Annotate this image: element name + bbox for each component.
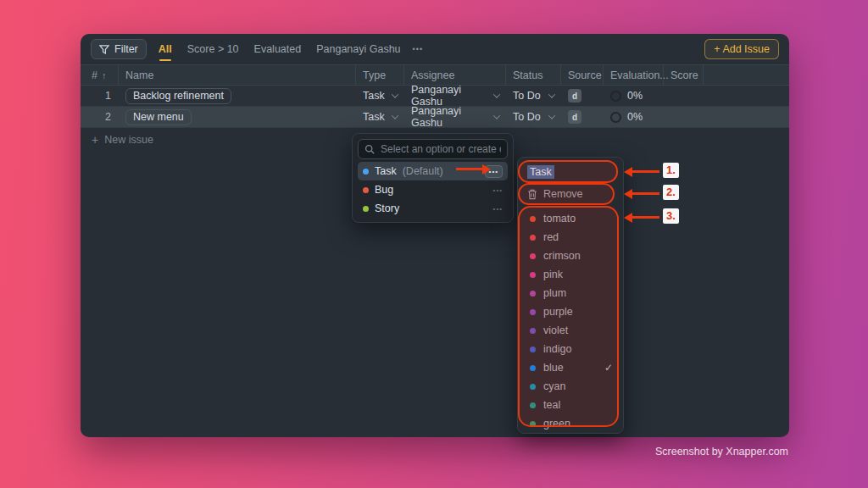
filter-label: Filter	[114, 43, 138, 55]
evaluation-cell[interactable]: 0%	[604, 86, 664, 106]
annotation-box-3	[518, 206, 619, 427]
app-window: Filter All Score > 10 Evaluated	[81, 34, 789, 437]
view-tab[interactable]: Evaluated	[254, 42, 302, 57]
annotation-label-2: 2.	[663, 185, 679, 200]
view-tabs: All Score > 10 Evaluated Panganayi Gashu	[159, 42, 401, 57]
toolbar: Filter All Score > 10 Evaluated	[81, 34, 789, 64]
annotation-arrow-1	[632, 170, 659, 173]
option-label: Bug	[375, 184, 393, 196]
watermark-credit: Screenshot by Xnapper.com	[655, 446, 788, 458]
view-tab-label: Panganayi Gashu	[316, 43, 400, 55]
view-tab-label: Evaluated	[254, 43, 302, 55]
filler-cell	[704, 86, 789, 106]
annotation-arrow-3	[632, 216, 659, 219]
num-header-label: #	[92, 69, 97, 81]
column-header-name[interactable]: Name	[119, 65, 356, 85]
plus-icon: +	[92, 133, 98, 147]
option-menu-button[interactable]: •••	[493, 205, 503, 213]
option-menu-button[interactable]: •••	[493, 186, 503, 194]
annotation-label-1: 1.	[663, 163, 679, 178]
column-header-type[interactable]: Type	[356, 65, 404, 85]
column-header-evaluation[interactable]: Evaluation...	[604, 65, 664, 85]
table-body: 1 Backlog refinement Task Panganayi Gash…	[81, 86, 789, 128]
column-header-filler	[704, 65, 789, 85]
progress-ring-icon	[610, 91, 621, 102]
filter-button[interactable]: Filter	[91, 39, 147, 59]
column-header-status[interactable]: Status	[506, 65, 561, 85]
add-issue-label: Add Issue	[722, 43, 770, 55]
option-default-suffix: (Default)	[403, 165, 443, 177]
evaluation-cell[interactable]: 0%	[604, 107, 664, 127]
option-label: Story	[375, 202, 399, 214]
assignee-cell[interactable]: Panganayi Gashu	[404, 86, 506, 106]
annotation-box-2	[518, 183, 615, 205]
score-cell[interactable]	[664, 107, 704, 127]
table-row[interactable]: 1 Backlog refinement Task Panganayi Gash…	[81, 86, 789, 107]
chevron-down-icon	[392, 112, 398, 119]
table-row[interactable]: 2 New menu Task Panganayi Gashu To Do d …	[81, 107, 789, 128]
search-icon	[364, 144, 376, 155]
annotation-arrow-2	[632, 192, 659, 195]
issue-name-cell[interactable]: New menu	[119, 107, 356, 127]
annotation-label-3: 3.	[663, 208, 679, 224]
type-cell[interactable]: Task	[356, 86, 404, 106]
issue-name-pill[interactable]: Backlog refinement	[125, 88, 231, 104]
column-header-assignee[interactable]: Assignee	[404, 65, 506, 85]
progress-ring-icon	[610, 112, 621, 123]
status-cell[interactable]: To Do	[506, 86, 561, 106]
view-tab[interactable]: Panganayi Gashu	[316, 42, 400, 57]
funnel-icon	[99, 45, 109, 54]
status-cell[interactable]: To Do	[506, 107, 561, 127]
column-header-source[interactable]: Source	[561, 65, 604, 85]
option-search-box[interactable]	[358, 139, 508, 159]
issue-name-cell[interactable]: Backlog refinement	[119, 86, 356, 106]
column-header-score[interactable]: Score	[664, 65, 704, 85]
issue-number-cell: 1	[81, 86, 119, 106]
type-select-dropdown: Task (Default) ••• Bug ••• Story •••	[352, 133, 514, 223]
filler-cell	[704, 107, 789, 127]
annotation-arrow-to-menu	[456, 168, 483, 170]
chevron-down-icon	[548, 91, 555, 97]
score-cell[interactable]	[664, 86, 704, 106]
new-issue-label: New issue	[104, 134, 153, 146]
option-list: Bug ••• Story •••	[358, 180, 508, 218]
gradient-background: Filter All Score > 10 Evaluated	[0, 0, 868, 488]
view-tab[interactable]: Score > 10	[187, 42, 239, 57]
chevron-down-icon	[548, 112, 555, 119]
source-cell[interactable]: d	[561, 107, 604, 127]
option-search-input[interactable]	[381, 143, 501, 155]
assignee-cell[interactable]: Panganayi Gashu	[404, 107, 506, 127]
sort-ascending-icon: ↑	[102, 70, 107, 80]
source-app-icon[interactable]: d	[568, 89, 581, 103]
view-tab-label: All	[159, 43, 172, 55]
source-app-icon[interactable]: d	[568, 110, 581, 124]
chevron-down-icon	[493, 91, 500, 97]
chevron-down-icon	[493, 112, 500, 119]
chevron-down-icon	[392, 91, 398, 97]
table-header: # ↑ Name Type Assignee Status Source Eva…	[81, 64, 789, 86]
option-item[interactable]: Story •••	[358, 199, 508, 218]
option-color-dot	[363, 169, 369, 175]
more-views-button[interactable]: •••	[413, 45, 423, 53]
plus-icon: +	[714, 43, 720, 55]
option-color-dot	[363, 206, 369, 212]
issue-number-cell: 2	[81, 107, 119, 127]
view-tab-label: Score > 10	[187, 43, 239, 55]
add-issue-button[interactable]: + Add Issue	[704, 39, 779, 59]
column-header-num[interactable]: # ↑	[81, 65, 119, 85]
option-label: Task	[375, 165, 397, 177]
type-cell[interactable]: Task	[356, 107, 404, 127]
view-tab[interactable]: All	[159, 42, 172, 57]
source-cell[interactable]: d	[561, 86, 604, 106]
option-item[interactable]: Bug •••	[358, 180, 508, 199]
annotation-box-1	[518, 160, 618, 183]
option-color-dot	[363, 187, 369, 193]
issue-name-pill[interactable]: New menu	[125, 109, 192, 125]
